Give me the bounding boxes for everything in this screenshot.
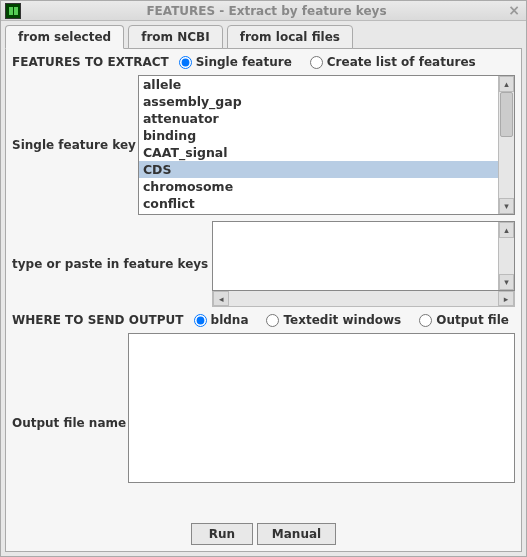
list-item[interactable]: assembly_gap: [139, 93, 498, 110]
output-file-label: Output file name: [12, 416, 126, 430]
feature-mode-radios: Single feature Create list of features: [179, 55, 476, 69]
scroll-track[interactable]: [499, 92, 514, 198]
radio-output-file-label: Output file: [436, 313, 509, 327]
scroll-track[interactable]: [229, 291, 498, 306]
scroll-up-icon[interactable]: ▴: [499, 76, 514, 92]
scroll-left-icon[interactable]: ◂: [213, 291, 229, 306]
single-feature-listbox[interactable]: allele assembly_gap attenuator binding C…: [138, 75, 515, 215]
paste-keys-label: type or paste in feature keys: [12, 257, 208, 271]
tab-from-selected[interactable]: from selected: [5, 25, 124, 49]
radio-bldna-input[interactable]: [194, 314, 207, 327]
radio-textedit-label: Textedit windows: [283, 313, 401, 327]
radio-bldna-label: bldna: [211, 313, 249, 327]
single-feature-row: Single feature key allele assembly_gap a…: [12, 75, 515, 215]
radio-textedit[interactable]: Textedit windows: [266, 313, 401, 327]
titlebar[interactable]: FEATURES - Extract by feature keys ×: [1, 1, 526, 21]
button-bar: Run Manual: [12, 519, 515, 545]
app-window: FEATURES - Extract by feature keys × fro…: [0, 0, 527, 557]
scroll-track[interactable]: [499, 238, 514, 274]
radio-single-feature-input[interactable]: [179, 56, 192, 69]
output-dest-label: WHERE TO SEND OUTPUT: [12, 313, 184, 327]
single-feature-list[interactable]: allele assembly_gap attenuator binding C…: [139, 76, 498, 214]
radio-output-file[interactable]: Output file: [419, 313, 509, 327]
scroll-thumb[interactable]: [500, 92, 513, 137]
radio-create-list-label: Create list of features: [327, 55, 476, 69]
listbox-vscrollbar[interactable]: ▴ ▾: [498, 76, 514, 214]
single-feature-label: Single feature key: [12, 138, 136, 152]
list-item[interactable]: allele: [139, 76, 498, 93]
features-to-extract-row: FEATURES TO EXTRACT Single feature Creat…: [12, 55, 515, 69]
features-to-extract-label: FEATURES TO EXTRACT: [12, 55, 169, 69]
list-item[interactable]: chromosome: [139, 178, 498, 195]
manual-button[interactable]: Manual: [257, 523, 336, 545]
list-item-selected[interactable]: CDS: [139, 161, 498, 178]
scroll-right-icon[interactable]: ▸: [498, 291, 514, 306]
radio-create-list-input[interactable]: [310, 56, 323, 69]
list-item[interactable]: attenuator: [139, 110, 498, 127]
close-icon[interactable]: ×: [506, 3, 522, 19]
radio-textedit-input[interactable]: [266, 314, 279, 327]
list-item[interactable]: conflict: [139, 195, 498, 212]
scroll-down-icon[interactable]: ▾: [499, 274, 514, 290]
paste-keys-vscrollbar[interactable]: ▴ ▾: [498, 222, 514, 290]
radio-output-file-input[interactable]: [419, 314, 432, 327]
window-title: FEATURES - Extract by feature keys: [27, 4, 506, 18]
tab-from-ncbi[interactable]: from NCBI: [128, 25, 223, 49]
list-item[interactable]: CAAT_signal: [139, 144, 498, 161]
radio-single-feature[interactable]: Single feature: [179, 55, 292, 69]
client-area: from selected from NCBI from local files…: [1, 21, 526, 556]
run-button[interactable]: Run: [191, 523, 253, 545]
output-file-textarea[interactable]: [128, 333, 515, 483]
tab-panel-from-selected: FEATURES TO EXTRACT Single feature Creat…: [5, 48, 522, 552]
output-file-row: Output file name: [12, 333, 515, 513]
tab-bar: from selected from NCBI from local files: [5, 25, 522, 49]
paste-keys-hscrollbar[interactable]: ◂ ▸: [212, 291, 515, 307]
radio-create-list[interactable]: Create list of features: [310, 55, 476, 69]
scroll-up-icon[interactable]: ▴: [499, 222, 514, 238]
radio-bldna[interactable]: bldna: [194, 313, 249, 327]
radio-single-feature-label: Single feature: [196, 55, 292, 69]
tab-from-local-files[interactable]: from local files: [227, 25, 353, 49]
output-dest-radios: bldna Textedit windows Output file: [194, 313, 509, 327]
paste-keys-content[interactable]: [213, 222, 498, 290]
paste-keys-row: type or paste in feature keys ▴ ▾ ◂ ▸: [12, 221, 515, 307]
output-dest-row: WHERE TO SEND OUTPUT bldna Textedit wind…: [12, 313, 515, 327]
list-item[interactable]: binding: [139, 127, 498, 144]
scroll-down-icon[interactable]: ▾: [499, 198, 514, 214]
app-icon: [5, 3, 21, 19]
paste-keys-textarea[interactable]: ▴ ▾: [212, 221, 515, 291]
